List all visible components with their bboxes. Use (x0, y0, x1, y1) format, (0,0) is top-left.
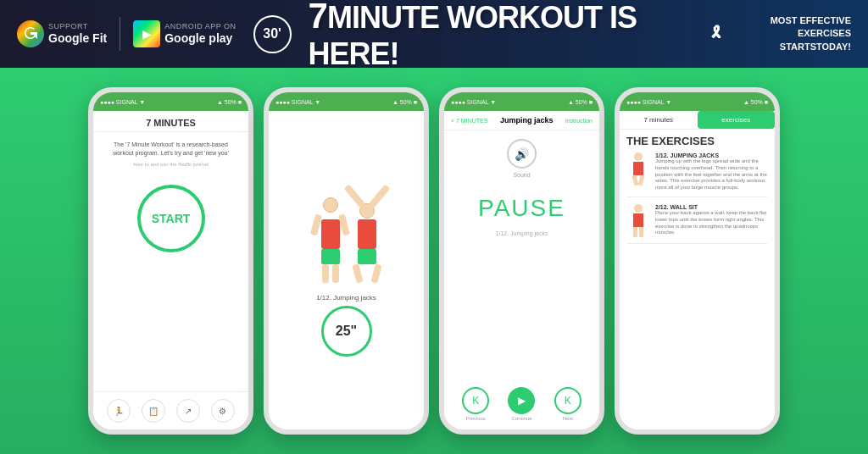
phone1-title: 7 MINUTES (93, 111, 248, 132)
headline-rest: MINUTE WORKOUT IS HERE! (309, 0, 637, 71)
main-content: ●●●● SIGNAL ▼ ▲ 50% ■ 7 MINUTES The '7 M… (0, 68, 868, 454)
phone2-battery: ▲ 50% ■ (392, 99, 417, 105)
phone2-screen: 1/12. Jumping jacks 25" (269, 111, 424, 429)
header: SUPPORT Google Fit ▶ ANDROID APP ON Goog… (0, 0, 868, 68)
badge-30: 30' (253, 15, 292, 53)
next-button[interactable]: K (554, 387, 581, 414)
continue-label: Continue (511, 416, 531, 421)
previous-button[interactable]: K (462, 387, 489, 414)
phone1-signal: ●●●● SIGNAL ▼ (100, 99, 145, 105)
phone3-signal: ●●●● SIGNAL ▼ (451, 99, 496, 105)
ex2-body (633, 213, 643, 227)
figure-jumping-legs (354, 264, 380, 283)
exercise-fig-2 (626, 204, 650, 238)
ex1-legs (633, 175, 643, 185)
phone3-battery: ▲ 50% ■ (568, 99, 593, 105)
phone3-status-bar: ●●●● SIGNAL ▼ ▲ 50% ■ (444, 92, 599, 111)
share-icon[interactable]: ↗ (176, 399, 200, 423)
figures-container (313, 180, 380, 283)
ex1-body (633, 162, 643, 175)
previous-control: K Previous (462, 387, 489, 421)
phone1-bottom-icons: 🏃 📋 ↗ ⚙ (93, 391, 248, 429)
figure-jumping-shorts (358, 249, 376, 264)
previous-label: Previous (465, 416, 485, 421)
google-play-logo[interactable]: ▶ ANDROID APP ON Google play (133, 20, 236, 47)
ribbon-icon: 🎗 (709, 23, 724, 44)
google-fit-text: SUPPORT Google Fit (48, 22, 107, 46)
figure-legs (322, 264, 339, 283)
phone-pause: ●●●● SIGNAL ▼ ▲ 50% ■ < 7 MINUTES Jumpin… (439, 87, 604, 435)
phone3-controls: K Previous ▶ Continue K Next (444, 379, 599, 429)
log-icon[interactable]: 📋 (142, 399, 165, 423)
header-logos: SUPPORT Google Fit ▶ ANDROID APP ON Goog… (17, 17, 236, 51)
settings-icon[interactable]: ⚙ (211, 399, 235, 423)
figure-jumping (354, 180, 380, 283)
continue-control: ▶ Continue (508, 387, 535, 421)
ex1-leg-right (638, 175, 645, 186)
phone2-signal: ●●●● SIGNAL ▼ (275, 99, 320, 105)
figure-body (321, 219, 340, 249)
phone-exercises-list: ●●●● SIGNAL ▼ ▲ 50% ■ 7 minutes exercise… (615, 87, 780, 435)
instruction-button[interactable]: instruction (565, 118, 593, 124)
phone1-status-bar: ●●●● SIGNAL ▼ ▲ 50% ■ (93, 92, 248, 111)
exercise-item-2: 2/12. WALL SIT Place your back against a… (626, 204, 768, 244)
phone-start: ●●●● SIGNAL ▼ ▲ 50% ■ 7 MINUTES The '7 M… (88, 87, 253, 435)
leg-left (322, 264, 329, 283)
headline-area: 7MINUTE WORKOUT IS HERE! 🎗 MOST EFFECTIV… (309, 0, 851, 72)
ex2-title: 2/12. WALL SIT (655, 204, 768, 210)
exercise-label: 1/12. Jumping jacks (316, 294, 376, 302)
ex1-desc: Jumping up with the legs spread wide and… (655, 158, 768, 191)
tab-exercises[interactable]: exercises (698, 111, 776, 129)
pause-text: PAUSE (444, 186, 599, 230)
phone3-screen: < 7 MINUTES Jumping jacks instruction 🔊 … (444, 111, 599, 429)
exercise-item-1: 1/12. JUMPING JACKS Jumping up with the … (626, 152, 768, 197)
figure-standing-head (323, 197, 338, 213)
exercises-title: THE EXERCISES (626, 135, 768, 147)
phone1-battery: ▲ 50% ■ (217, 99, 242, 105)
phone-exercise: ●●●● SIGNAL ▼ ▲ 50% ■ (264, 87, 429, 435)
google-fit-logo[interactable]: SUPPORT Google Fit (17, 20, 107, 47)
phone3-screen-title: Jumping jacks (500, 116, 554, 125)
sound-label: Sound (453, 172, 591, 178)
headline-seven: 7 (309, 0, 327, 36)
sound-area: 🔊 Sound (444, 130, 599, 186)
pause-sublabel: 1/12. Jumping jacks (444, 230, 599, 236)
ex2-leg-right (639, 227, 643, 237)
next-control: K Next (554, 387, 581, 421)
phone1-screen: 7 MINUTES The '7 Minute Workout' is a re… (93, 111, 248, 429)
ex2-desc: Place your back against a wall, keep the… (655, 210, 768, 236)
exercise-icon[interactable]: 🏃 (107, 399, 131, 423)
figure-jumping-body (358, 219, 376, 249)
sound-icon[interactable]: 🔊 (507, 139, 537, 169)
headline-title: 7MINUTE WORKOUT IS HERE! (309, 0, 697, 72)
continue-button[interactable]: ▶ (508, 387, 535, 414)
phone2-figure-area: 1/12. Jumping jacks 25" (269, 111, 424, 429)
leg-spread-left (352, 263, 363, 283)
start-button[interactable]: START (137, 185, 205, 252)
leg-right (332, 264, 339, 283)
ex2-head (634, 204, 643, 213)
timer-circle: 25" (321, 306, 372, 357)
figure-shorts (321, 249, 340, 264)
leg-spread-right (370, 263, 381, 283)
exercise-text-1: 1/12. JUMPING JACKS Jumping up with the … (655, 152, 768, 191)
phone2-status-bar: ●●●● SIGNAL ▼ ▲ 50% ■ (269, 92, 424, 111)
next-label: Next (563, 416, 573, 421)
google-play-icon: ▶ (133, 20, 160, 47)
google-fit-icon (17, 20, 44, 47)
phone1-small-link[interactable]: here to and join the Redfo journal (103, 161, 238, 168)
tab-7minutes[interactable]: 7 minutes (620, 111, 698, 129)
phone4-status-bar: ●●●● SIGNAL ▼ ▲ 50% ■ (620, 92, 775, 111)
ex1-title: 1/12. JUMPING JACKS (655, 152, 768, 158)
phone4-battery: ▲ 50% ■ (743, 99, 768, 105)
arm-up-right (369, 184, 390, 208)
back-button[interactable]: < 7 MINUTES (451, 118, 487, 124)
arm-right (338, 213, 350, 235)
headline-sub: 🎗 MOST EFFECTIVE EXERCISES STARTSTODAY! (709, 14, 851, 53)
exercise-fig-1 (626, 152, 650, 186)
google-play-text: ANDROID APP ON Google play (164, 22, 236, 46)
ex1-head (634, 152, 643, 161)
phone1-desc: The '7 Minute Workout' is a research-bas… (93, 132, 248, 176)
ex2-legs (633, 227, 643, 237)
phone3-header: < 7 MINUTES Jumping jacks instruction (444, 111, 599, 130)
